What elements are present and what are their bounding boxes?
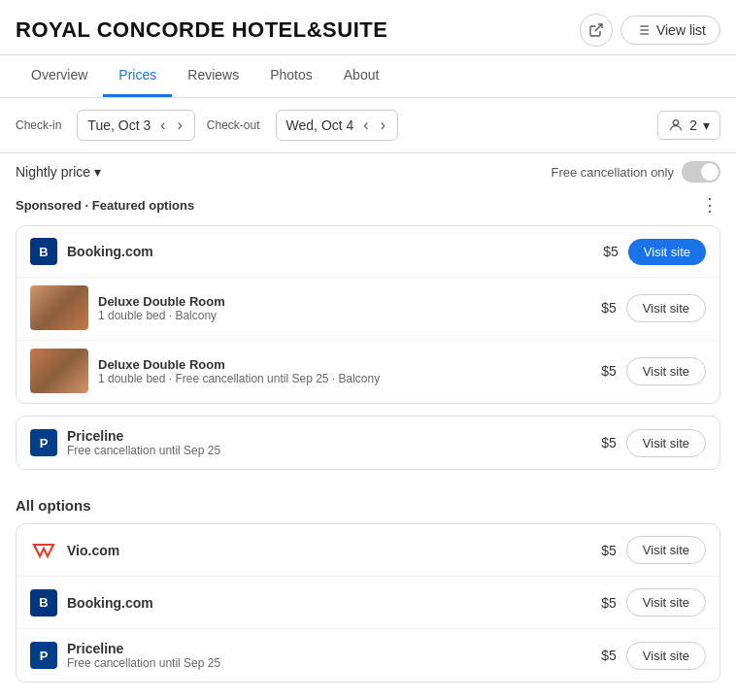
vio-visit-button[interactable]: Visit site xyxy=(626,536,706,564)
free-cancel-label: Free cancellation only xyxy=(552,165,674,180)
room-name-1: Deluxe Double Room xyxy=(98,294,225,309)
booking-all-price: $5 xyxy=(601,595,617,611)
nightly-price-label: Nightly price xyxy=(16,164,90,180)
list-icon xyxy=(635,22,651,38)
booking-all-details: Booking.com xyxy=(67,595,153,611)
checkin-selector[interactable]: Tue, Oct 3 ‹ › xyxy=(77,110,195,141)
priceline-all-price: $5 xyxy=(601,648,617,663)
vio-details: Vio.com xyxy=(67,543,119,558)
room1-price-visit: $5 Visit site xyxy=(601,294,706,322)
priceline-name: Priceline xyxy=(67,428,220,444)
nav-tabs: Overview Prices Reviews Photos About xyxy=(0,55,736,98)
booking-provider-info: B Booking.com xyxy=(30,238,153,265)
guests-count: 2 xyxy=(689,117,697,133)
svg-point-7 xyxy=(674,120,679,125)
room-image-1 xyxy=(30,285,88,330)
room2-price-visit: $5 Visit site xyxy=(601,357,706,385)
booking-all-option-info: B Booking.com xyxy=(30,589,153,617)
room1-visit-button[interactable]: Visit site xyxy=(626,294,706,322)
checkin-value: Tue, Oct 3 xyxy=(87,117,151,133)
tab-reviews[interactable]: Reviews xyxy=(172,55,254,97)
free-cancel-toggle-switch[interactable] xyxy=(682,161,720,183)
nightly-price-dropdown-icon: ▾ xyxy=(94,164,101,180)
room-sub-2: 1 double bed · Free cancellation until S… xyxy=(98,372,380,385)
free-cancellation-filter: Free cancellation only xyxy=(552,161,720,183)
booking-all-option-row: B Booking.com $5 Visit site xyxy=(17,577,719,629)
booking-all-name: Booking.com xyxy=(67,595,153,611)
room1-price: $5 xyxy=(601,300,617,316)
all-options-card: Vio.com $5 Visit site B Booking.com $5 V… xyxy=(16,523,720,683)
priceline-all-option-row: P Priceline Free cancellation until Sep … xyxy=(17,629,719,682)
all-options-section: All options xyxy=(0,497,736,683)
priceline-logo: P xyxy=(30,429,57,456)
vio-option-row: Vio.com $5 Visit site xyxy=(17,524,719,577)
room2-visit-button[interactable]: Visit site xyxy=(626,357,706,385)
booking-all-visit-button[interactable]: Visit site xyxy=(626,588,706,617)
sponsored-title: Sponsored · Featured options xyxy=(16,198,194,213)
priceline-price: $5 xyxy=(601,435,617,450)
room-row-1: Deluxe Double Room 1 double bed · Balcon… xyxy=(17,277,719,340)
priceline-all-logo: P xyxy=(30,642,57,669)
booking-price-visit: $5 Visit site xyxy=(603,239,706,265)
room-details-1: Deluxe Double Room 1 double bed · Balcon… xyxy=(98,294,225,322)
guest-selector[interactable]: 2 ▾ xyxy=(657,111,720,140)
view-list-label: View list xyxy=(656,22,706,38)
room2-price: $5 xyxy=(601,363,617,379)
checkin-prev-arrow[interactable]: ‹ xyxy=(158,117,167,134)
booking-bar: Check-in Tue, Oct 3 ‹ › Check-out Wed, O… xyxy=(0,98,736,153)
priceline-all-visit-button[interactable]: Visit site xyxy=(626,642,706,670)
booking-name: Booking.com xyxy=(67,244,153,259)
room-info-2: Deluxe Double Room 1 double bed · Free c… xyxy=(30,349,380,393)
view-list-button[interactable]: View list xyxy=(620,16,720,45)
room-info-1: Deluxe Double Room 1 double bed · Balcon… xyxy=(30,285,225,330)
room-image-2 xyxy=(30,349,88,393)
checkout-label: Check-out xyxy=(207,118,260,132)
priceline-sub: Free cancellation until Sep 25 xyxy=(67,444,220,457)
sponsored-menu-button[interactable]: ⋮ xyxy=(701,194,720,216)
svg-line-0 xyxy=(595,24,602,31)
checkout-value: Wed, Oct 4 xyxy=(286,117,354,133)
vio-option-info: Vio.com xyxy=(30,537,119,564)
vio-price: $5 xyxy=(601,543,617,558)
room-name-2: Deluxe Double Room xyxy=(98,357,380,372)
booking-provider-row: B Booking.com $5 Visit site xyxy=(17,226,719,277)
booking-logo: B xyxy=(30,238,57,265)
vio-logo xyxy=(30,537,57,564)
vio-price-visit: $5 Visit site xyxy=(601,536,706,564)
booking-card: B Booking.com $5 Visit site Deluxe Doubl… xyxy=(16,225,720,404)
room-row-2: Deluxe Double Room 1 double bed · Free c… xyxy=(17,340,719,403)
sponsored-section: Sponsored · Featured options ⋮ B Booking… xyxy=(0,194,736,497)
external-link-button[interactable] xyxy=(580,14,613,47)
priceline-all-name: Priceline xyxy=(67,641,220,656)
guests-dropdown-icon: ▾ xyxy=(703,117,710,133)
checkin-next-arrow[interactable]: › xyxy=(176,117,184,134)
room-sub-1: 1 double bed · Balcony xyxy=(98,309,225,322)
booking-price: $5 xyxy=(603,244,619,259)
priceline-details: Priceline Free cancellation until Sep 25 xyxy=(67,428,220,457)
priceline-card: P Priceline Free cancellation until Sep … xyxy=(16,416,720,470)
vio-name: Vio.com xyxy=(67,543,119,558)
booking-all-logo: B xyxy=(30,589,57,617)
room-details-2: Deluxe Double Room 1 double bed · Free c… xyxy=(98,357,380,385)
checkout-next-arrow[interactable]: › xyxy=(379,117,387,134)
nightly-price-filter[interactable]: Nightly price ▾ xyxy=(16,164,101,180)
priceline-visit-button[interactable]: Visit site xyxy=(626,429,706,457)
tab-prices[interactable]: Prices xyxy=(103,55,172,97)
tab-photos[interactable]: Photos xyxy=(254,55,328,97)
header-actions: View list xyxy=(580,14,720,47)
hotel-name: ROYAL CONCORDE HOTEL&SUITE xyxy=(16,17,387,43)
all-options-title: All options xyxy=(16,497,720,514)
tab-about[interactable]: About xyxy=(328,55,395,97)
person-icon xyxy=(668,117,684,133)
checkout-prev-arrow[interactable]: ‹ xyxy=(361,117,370,134)
booking-visit-button[interactable]: Visit site xyxy=(628,239,706,265)
sponsored-section-header: Sponsored · Featured options ⋮ xyxy=(16,194,720,216)
priceline-all-details: Priceline Free cancellation until Sep 25 xyxy=(67,641,220,670)
priceline-all-sub: Free cancellation until Sep 25 xyxy=(67,656,220,670)
tab-overview[interactable]: Overview xyxy=(16,55,103,97)
header: ROYAL CONCORDE HOTEL&SUITE View list xyxy=(0,0,736,55)
filter-bar: Nightly price ▾ Free cancellation only xyxy=(0,153,736,194)
checkout-selector[interactable]: Wed, Oct 4 ‹ › xyxy=(276,110,398,141)
priceline-all-option-info: P Priceline Free cancellation until Sep … xyxy=(30,641,220,670)
booking-all-price-visit: $5 Visit site xyxy=(601,588,706,617)
